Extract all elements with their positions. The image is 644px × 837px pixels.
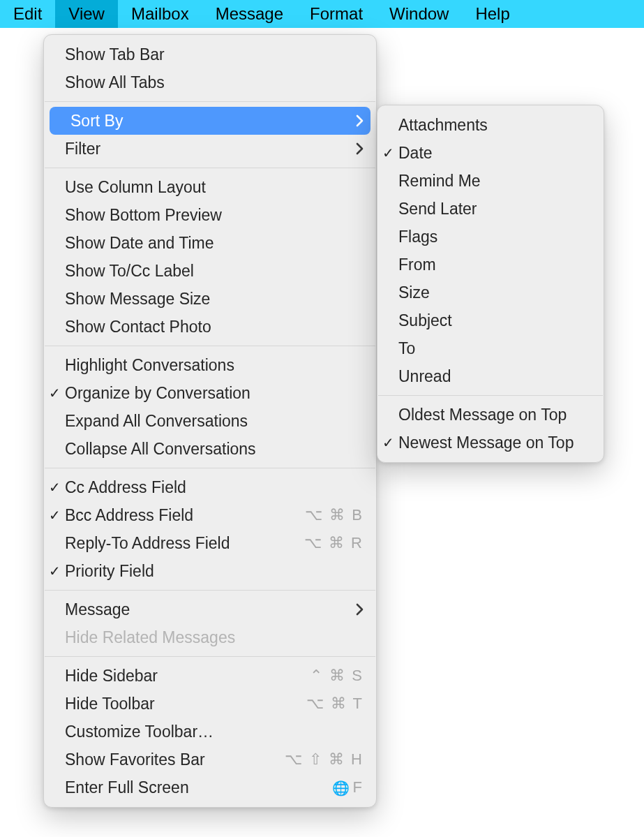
- menu-item-label: Cc Address Field: [65, 478, 364, 497]
- menubar-item-edit[interactable]: Edit: [0, 0, 55, 28]
- menu-item-label: Flags: [398, 228, 591, 246]
- menubar-item-message[interactable]: Message: [202, 0, 297, 28]
- menu-item-collapse-all-conversations[interactable]: Collapse All Conversations: [44, 435, 376, 463]
- globe-icon: 🌐: [332, 780, 351, 797]
- menu-item-label: To: [398, 339, 591, 358]
- menu-item-label: Show Contact Photo: [65, 318, 364, 336]
- menu-item-label: Use Column Layout: [65, 178, 364, 197]
- menu-item-show-favorites-bar[interactable]: Show Favorites Bar⌥ ⇧ ⌘ H: [44, 746, 376, 773]
- menu-item-customize-toolbar[interactable]: Customize Toolbar…: [44, 718, 376, 746]
- menu-item-label: Message: [65, 600, 347, 619]
- keyboard-shortcut: ⌥ ⌘ R: [304, 534, 364, 552]
- menubar-label: Window: [389, 4, 449, 24]
- menu-item-label: Customize Toolbar…: [65, 723, 364, 741]
- menu-item-expand-all-conversations[interactable]: Expand All Conversations: [44, 407, 376, 435]
- menu-item-bcc-address-field[interactable]: ✓Bcc Address Field⌥ ⌘ B: [44, 501, 376, 529]
- menu-item-label: Unread: [398, 367, 591, 386]
- menu-item-label: Show Favorites Bar: [65, 750, 276, 769]
- menu-item-label: Show All Tabs: [65, 73, 364, 92]
- sort-item-to[interactable]: To: [377, 334, 604, 362]
- sort-item-flags[interactable]: Flags: [377, 223, 604, 251]
- sort-item-remind-me[interactable]: Remind Me: [377, 167, 604, 195]
- menu-item-show-to-cc-label[interactable]: Show To/Cc Label: [44, 257, 376, 285]
- menu-item-hide-toolbar[interactable]: Hide Toolbar⌥ ⌘ T: [44, 690, 376, 718]
- menu-item-label: Newest Message on Top: [398, 434, 591, 452]
- sort-by-submenu: Attachments ✓Date Remind Me Send Later F…: [377, 105, 604, 463]
- menu-item-label: Collapse All Conversations: [65, 440, 364, 459]
- sort-item-date[interactable]: ✓Date: [377, 139, 604, 167]
- menubar: Edit View Mailbox Message Format Window …: [0, 0, 644, 28]
- menubar-label: Edit: [13, 4, 42, 24]
- check-icon: ✓: [377, 434, 398, 451]
- menu-item-label: Show Tab Bar: [65, 45, 364, 64]
- menu-separator: [45, 656, 375, 657]
- sort-item-unread[interactable]: Unread: [377, 362, 604, 390]
- menu-item-label: Show Bottom Preview: [65, 206, 364, 225]
- menu-item-label: Show Date and Time: [65, 234, 364, 253]
- shortcut-key: F: [353, 778, 364, 796]
- sort-item-subject[interactable]: Subject: [377, 306, 604, 334]
- menu-item-label: Remind Me: [398, 172, 591, 191]
- sort-item-send-later[interactable]: Send Later: [377, 195, 604, 223]
- menu-item-show-tab-bar[interactable]: Show Tab Bar: [44, 40, 376, 68]
- menubar-item-window[interactable]: Window: [376, 0, 462, 28]
- check-icon: ✓: [377, 145, 398, 161]
- sort-item-newest-on-top[interactable]: ✓Newest Message on Top: [377, 429, 604, 457]
- keyboard-shortcut: ⌥ ⌘ T: [306, 695, 364, 713]
- menu-separator: [45, 101, 375, 102]
- menu-item-label: Reply-To Address Field: [65, 534, 296, 553]
- sort-item-oldest-on-top[interactable]: Oldest Message on Top: [377, 401, 604, 429]
- menu-item-show-bottom-preview[interactable]: Show Bottom Preview: [44, 201, 376, 229]
- menu-item-label: Priority Field: [65, 562, 364, 581]
- menu-item-label: Send Later: [398, 200, 591, 218]
- menu-item-message-submenu[interactable]: Message: [44, 595, 376, 623]
- menubar-item-mailbox[interactable]: Mailbox: [118, 0, 202, 28]
- menubar-label: Help: [475, 4, 509, 24]
- keyboard-shortcut: ⌥ ⌘ B: [305, 506, 364, 524]
- menu-item-label: Filter: [65, 140, 347, 158]
- check-icon: ✓: [44, 507, 65, 524]
- keyboard-shortcut: ⌥ ⇧ ⌘ H: [285, 750, 364, 769]
- menu-item-organize-by-conversation[interactable]: ✓Organize by Conversation: [44, 379, 376, 407]
- check-icon: ✓: [44, 479, 65, 496]
- menubar-item-view[interactable]: View: [55, 0, 118, 28]
- menu-item-label: Organize by Conversation: [65, 384, 364, 403]
- menubar-item-help[interactable]: Help: [462, 0, 523, 28]
- menu-item-label: Show Message Size: [65, 290, 364, 309]
- menu-item-priority-field[interactable]: ✓Priority Field: [44, 557, 376, 585]
- keyboard-shortcut: ⌃ ⌘ S: [310, 667, 364, 685]
- menu-item-label: From: [398, 255, 591, 274]
- menu-item-show-date-and-time[interactable]: Show Date and Time: [44, 229, 376, 257]
- menu-item-hide-sidebar[interactable]: Hide Sidebar⌃ ⌘ S: [44, 662, 376, 690]
- menu-item-use-column-layout[interactable]: Use Column Layout: [44, 173, 376, 201]
- chevron-right-icon: [356, 603, 364, 616]
- menubar-label: Format: [310, 4, 363, 24]
- menubar-item-format[interactable]: Format: [297, 0, 376, 28]
- chevron-right-icon: [356, 114, 364, 127]
- menu-item-label: Enter Full Screen: [65, 778, 324, 797]
- menu-item-hide-related-messages: Hide Related Messages: [44, 623, 376, 651]
- menu-item-show-message-size[interactable]: Show Message Size: [44, 285, 376, 313]
- menu-item-show-contact-photo[interactable]: Show Contact Photo: [44, 313, 376, 341]
- menu-item-filter[interactable]: Filter: [44, 135, 376, 163]
- menu-item-highlight-conversations[interactable]: Highlight Conversations: [44, 351, 376, 379]
- sort-item-from[interactable]: From: [377, 251, 604, 279]
- sort-item-attachments[interactable]: Attachments: [377, 111, 604, 139]
- menu-item-label: Oldest Message on Top: [398, 406, 591, 424]
- menu-separator: [378, 395, 603, 396]
- menu-separator: [45, 590, 375, 591]
- menu-item-reply-to-address-field[interactable]: Reply-To Address Field⌥ ⌘ R: [44, 529, 376, 557]
- sort-item-size[interactable]: Size: [377, 279, 604, 306]
- check-icon: ✓: [44, 563, 65, 579]
- keyboard-shortcut: 🌐F: [332, 778, 364, 797]
- menu-item-label: Hide Sidebar: [65, 667, 301, 686]
- menu-item-label: Highlight Conversations: [65, 356, 364, 375]
- menu-item-show-all-tabs[interactable]: Show All Tabs: [44, 68, 376, 96]
- menu-item-label: Expand All Conversations: [65, 412, 364, 431]
- menu-item-cc-address-field[interactable]: ✓Cc Address Field: [44, 473, 376, 501]
- menu-item-sort-by[interactable]: Sort By: [50, 107, 370, 135]
- menu-separator: [45, 468, 375, 468]
- menubar-label: Mailbox: [131, 4, 189, 24]
- menu-item-enter-full-screen[interactable]: Enter Full Screen🌐F: [44, 773, 376, 801]
- menu-item-label: Attachments: [398, 116, 591, 135]
